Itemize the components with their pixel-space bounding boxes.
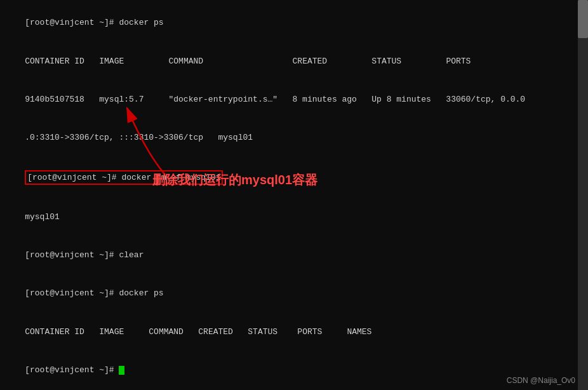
scrollbar[interactable] [578,0,588,390]
header2-status: STATUS [248,327,277,337]
header-image: IMAGE [99,57,124,66]
table-header-2: CONTAINER ID IMAGE COMMAND CREATED STATU… [5,313,573,351]
watermark: CSDN @Naijia_Ov0 [507,376,575,385]
terminal: [root@vinjcent ~]# docker ps CONTAINER I… [0,0,578,375]
header2-created: CREATED [198,327,233,337]
prompt-1: [root@vinjcent ~]# docker ps [25,18,163,27]
table-header-1: CONTAINER ID IMAGE COMMAND CREATED STATU… [5,42,573,80]
header-created: CREATED [293,57,328,66]
header-command: COMMAND [168,57,203,66]
container-row-1: 9140b5107518 mysql:5.7 "docker-entrypoin… [5,81,573,119]
terminal-line-clear: [root@vinjcent ~]# clear [5,236,573,274]
header-ports: PORTS [446,57,471,66]
header2-ports: PORTS [297,327,322,337]
rm-output: mysql01 [5,198,573,236]
header2-command: COMMAND [149,327,184,337]
terminal-line-1: [root@vinjcent ~]# docker ps [5,4,573,42]
terminal-cursor-line: [root@vinjcent ~]# [5,351,573,389]
terminal-cursor [119,366,124,375]
annotation-container: 删除我们运行的mysql01容器 [152,171,317,189]
container-row-1b: .0:3310->3306/tcp, :::3310->3306/tcp mys… [5,119,573,157]
header2-names: NAMES [347,327,371,337]
terminal-line-ps2: [root@vinjcent ~]# docker ps [5,274,573,313]
header2-image: IMAGE [99,327,124,337]
header-status: STATUS [371,57,401,66]
scrollbar-thumb[interactable] [578,0,588,38]
header-container-id: CONTAINER ID [25,57,84,66]
annotation-text: 删除我们运行的mysql01容器 [152,173,317,187]
header2-container-id: CONTAINER ID [25,327,84,337]
